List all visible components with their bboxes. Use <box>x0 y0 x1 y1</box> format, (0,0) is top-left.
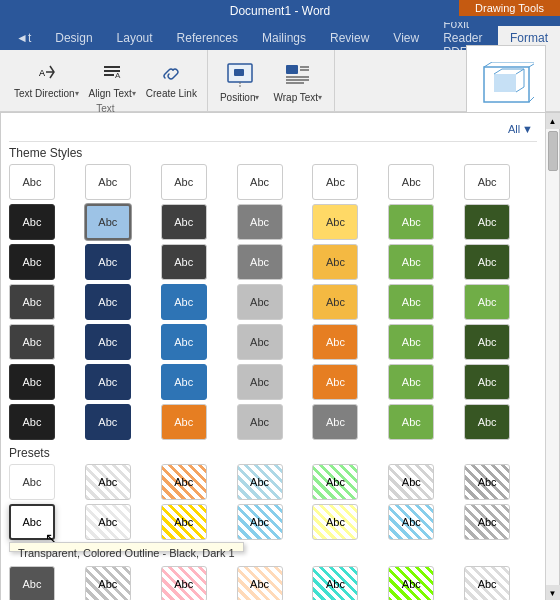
preset-btn[interactable]: Abc <box>464 464 510 500</box>
tab-view[interactable]: View <box>381 26 431 50</box>
position-label: Position ▾ <box>220 92 260 103</box>
scroll-thumb[interactable] <box>548 131 558 171</box>
style-btn[interactable]: Abc <box>312 364 358 400</box>
preset-btn[interactable]: Abc <box>9 464 55 500</box>
style-btn[interactable]: Abc <box>9 284 55 320</box>
style-btn[interactable]: Abc <box>85 284 131 320</box>
style-btn[interactable]: Abc <box>464 364 510 400</box>
style-btn[interactable]: Abc <box>312 164 358 200</box>
filter-label: All <box>508 123 520 135</box>
style-btn[interactable]: Abc <box>388 364 434 400</box>
tab-references[interactable]: References <box>165 26 250 50</box>
style-btn[interactable]: Abc <box>9 244 55 280</box>
preset-btn[interactable]: Abc <box>312 464 358 500</box>
preset-btn[interactable]: Abc <box>464 504 510 540</box>
style-btn[interactable]: Abc <box>312 324 358 360</box>
style-btn[interactable]: Abc <box>161 324 207 360</box>
theme-row-6: Abc Abc Abc Abc Abc Abc Abc <box>9 364 537 400</box>
style-btn[interactable]: Abc <box>161 244 207 280</box>
preset-btn[interactable]: Abc <box>237 464 283 500</box>
svg-rect-8 <box>286 65 298 74</box>
preset-btn[interactable]: Abc <box>312 566 358 600</box>
style-btn[interactable]: Abc <box>312 204 358 240</box>
style-btn[interactable]: Abc <box>237 244 283 280</box>
style-btn[interactable]: Abc <box>85 164 131 200</box>
preset-btn[interactable]: Abc <box>85 504 131 540</box>
preset-btn[interactable]: Abc <box>85 566 131 600</box>
style-btn[interactable]: Abc <box>237 404 283 440</box>
preset-btn[interactable]: Abc <box>161 504 207 540</box>
style-btn[interactable]: Abc <box>464 284 510 320</box>
style-btn[interactable]: Abc <box>388 404 434 440</box>
style-btn[interactable]: Abc <box>9 404 55 440</box>
style-btn[interactable]: Abc <box>85 324 131 360</box>
style-btn[interactable]: Abc <box>464 324 510 360</box>
style-btn[interactable]: Abc <box>161 404 207 440</box>
style-btn[interactable]: Abc <box>9 364 55 400</box>
style-btn[interactable]: Abc <box>85 244 131 280</box>
style-btn[interactable]: Abc <box>237 204 283 240</box>
scroll-up-button[interactable]: ▲ <box>546 113 560 129</box>
theme-row-3: Abc Abc Abc Abc Abc Abc Abc <box>9 244 537 280</box>
styles-panel[interactable]: All ▼ Theme Styles Abc Abc Abc Abc Abc A… <box>1 113 545 600</box>
text-direction-button[interactable]: A Text Direction ▾ <box>10 54 83 101</box>
preset-btn[interactable]: Abc <box>9 566 55 600</box>
shape-area <box>335 50 556 111</box>
style-btn[interactable]: Abc <box>464 404 510 440</box>
style-btn[interactable]: Abc <box>161 204 207 240</box>
presets-row-3: Abc Abc Abc Abc Abc Abc Abc <box>9 566 537 600</box>
style-btn[interactable]: Abc <box>312 284 358 320</box>
align-text-label: Align Text ▾ <box>89 88 136 99</box>
style-btn[interactable]: Abc <box>388 204 434 240</box>
preset-btn[interactable]: Abc <box>237 504 283 540</box>
style-btn[interactable]: Abc <box>388 324 434 360</box>
wrap-text-icon <box>282 60 314 92</box>
style-btn[interactable]: Abc <box>161 364 207 400</box>
style-btn[interactable]: Abc <box>161 284 207 320</box>
scroll-down-button[interactable]: ▼ <box>546 585 560 600</box>
style-btn[interactable]: Abc <box>464 164 510 200</box>
tab-mailings[interactable]: Mailings <box>250 26 318 50</box>
preset-btn[interactable]: Abc <box>85 464 131 500</box>
style-btn[interactable]: Abc <box>9 204 55 240</box>
style-btn[interactable]: Abc <box>85 204 131 240</box>
create-link-button[interactable]: Create Link <box>142 54 201 101</box>
style-btn[interactable]: Abc <box>85 404 131 440</box>
style-btn[interactable]: Abc <box>312 244 358 280</box>
style-btn[interactable]: Abc <box>464 244 510 280</box>
align-text-icon: A <box>96 56 128 88</box>
scrollbar[interactable]: ▲ ▼ <box>545 113 559 600</box>
style-btn[interactable]: Abc <box>388 284 434 320</box>
style-btn[interactable]: Abc <box>237 164 283 200</box>
text-buttons: A Text Direction ▾ A <box>10 54 201 101</box>
position-button[interactable]: Position ▾ <box>214 54 266 108</box>
wrap-text-button[interactable]: Wrap Text ▾ <box>267 54 328 108</box>
preset-btn[interactable]: Abc <box>237 566 283 600</box>
preset-btn[interactable]: Abc <box>388 566 434 600</box>
preset-btn[interactable]: Abc <box>161 464 207 500</box>
preset-btn[interactable]: Abc <box>464 566 510 600</box>
style-btn[interactable]: Abc <box>161 164 207 200</box>
preset-btn[interactable]: Abc <box>388 504 434 540</box>
dropdown-panel: All ▼ Theme Styles Abc Abc Abc Abc Abc A… <box>0 112 560 600</box>
tab-review[interactable]: Review <box>318 26 381 50</box>
tab-layout[interactable]: Layout <box>105 26 165 50</box>
preset-btn-selected[interactable]: Abc ↖ <box>9 504 55 540</box>
align-text-button[interactable]: A Align Text ▾ <box>85 54 140 101</box>
style-btn[interactable]: Abc <box>237 364 283 400</box>
tab-design[interactable]: Design <box>43 26 104 50</box>
style-btn[interactable]: Abc <box>312 404 358 440</box>
style-btn[interactable]: Abc <box>388 244 434 280</box>
preset-btn[interactable]: Abc <box>388 464 434 500</box>
style-btn[interactable]: Abc <box>9 164 55 200</box>
style-btn[interactable]: Abc <box>464 204 510 240</box>
style-btn[interactable]: Abc <box>388 164 434 200</box>
style-btn[interactable]: Abc <box>237 284 283 320</box>
tab-back[interactable]: ◄t <box>4 26 43 50</box>
style-btn[interactable]: Abc <box>85 364 131 400</box>
filter-button[interactable]: All ▼ <box>504 121 537 137</box>
preset-btn[interactable]: Abc <box>161 566 207 600</box>
style-btn[interactable]: Abc <box>237 324 283 360</box>
preset-btn[interactable]: Abc <box>312 504 358 540</box>
style-btn[interactable]: Abc <box>9 324 55 360</box>
